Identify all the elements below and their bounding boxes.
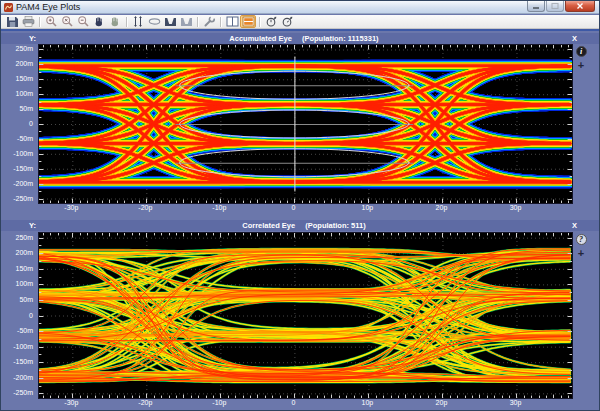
axis-tick-label: 0 [29, 120, 33, 127]
minimize-icon [531, 2, 541, 10]
layout-rows-button[interactable] [240, 15, 256, 28]
zoom-out-button[interactable] [75, 15, 91, 28]
zoom-x-icon [61, 15, 74, 28]
axis-tick-label: 50m [19, 295, 33, 302]
title-bar[interactable]: PAM4 Eye Plots [1, 1, 599, 14]
y-axis-header-label: Y: [29, 221, 36, 230]
settings-button[interactable] [201, 15, 217, 28]
pan-alt-button[interactable] [107, 15, 123, 28]
bathtub-button[interactable] [178, 15, 194, 28]
axis-tick-label: 0 [29, 311, 33, 318]
accumulated-eye-side-buttons: i + [574, 46, 588, 71]
add-button[interactable]: + [576, 248, 587, 259]
axis-tick-label: -150m [13, 358, 33, 365]
toolbar-separator [39, 17, 40, 27]
maximize-button[interactable] [546, 1, 564, 12]
axis-tick-label: 10p [362, 399, 374, 406]
axis-tick-label: -150m [13, 164, 33, 171]
accumulated-eye-population: (Population: 1115331) [302, 34, 379, 43]
zoom-x-button[interactable] [59, 15, 75, 28]
accumulated-eye-header: Y: Accumulated Eye (Population: 1115331)… [1, 33, 600, 44]
correlated-eye-side-buttons: ? + [574, 234, 588, 259]
zoom-out-icon [77, 15, 90, 28]
axis-tick-label: 200m [15, 249, 33, 256]
vertical-markers-icon [132, 15, 145, 28]
x-axis-header-label: X [572, 34, 577, 43]
axis-tick-label: -10p [212, 399, 226, 406]
axis-tick-label: -30p [64, 399, 78, 406]
x-axis-labels: -30p-20p-10p010p20p30p [38, 398, 571, 409]
panel-title: Correlated Eye (Population: 511) [36, 221, 572, 230]
minimize-button[interactable] [527, 1, 545, 12]
vertical-markers-button[interactable] [130, 15, 146, 28]
axis-tick-label: 250m [15, 233, 33, 240]
layout-columns-icon [226, 15, 239, 28]
print-button[interactable] [20, 15, 36, 28]
axis-tick-label: 0 [291, 204, 295, 211]
y-axis-labels: 250m200m150m100m50m0-50m-100m-150m-200m-… [1, 44, 36, 202]
info-button[interactable]: i [576, 46, 587, 57]
y-axis-header-label: Y: [29, 34, 36, 43]
axis-tick-label: 10p [362, 204, 374, 211]
clock-arrow-alt-icon [281, 15, 294, 28]
axis-tick-label: -250m [13, 389, 33, 396]
save-icon [6, 15, 19, 28]
plus-icon: + [578, 247, 584, 259]
toolbar-separator [220, 17, 221, 27]
axis-tick-label: -30p [64, 204, 78, 211]
axis-tick-label: 150m [15, 75, 33, 82]
axis-tick-label: 250m [15, 45, 33, 52]
x-axis-labels: -30p-20p-10p010p20p30p [38, 203, 571, 214]
layout-columns-button[interactable] [224, 15, 240, 28]
accumulated-eye-plot[interactable] [38, 44, 573, 204]
app-icon [4, 3, 13, 12]
close-icon [575, 2, 585, 10]
clock-recovery-2-button[interactable] [279, 15, 295, 28]
axis-tick-label: -200m [13, 179, 33, 186]
histogram-button[interactable] [162, 15, 178, 28]
plot-client-area: Y: Accumulated Eye (Population: 1115331)… [1, 29, 600, 411]
histogram-icon [164, 15, 177, 28]
help-button[interactable]: ? [576, 234, 587, 245]
eye-mask-icon [148, 15, 161, 28]
help-icon: ? [579, 235, 583, 244]
bathtub-icon [180, 15, 193, 28]
axis-tick-label: 20p [436, 204, 448, 211]
axis-tick-label: 150m [15, 264, 33, 271]
close-button[interactable] [565, 1, 595, 12]
zoom-in-button[interactable] [43, 15, 59, 28]
add-button[interactable]: + [576, 60, 587, 71]
print-icon [22, 15, 35, 28]
pan-hand-icon [93, 15, 106, 28]
plus-icon: + [578, 59, 584, 71]
toolbar-separator [126, 17, 127, 27]
axis-tick-label: -100m [13, 149, 33, 156]
axis-tick-label: -20p [138, 204, 152, 211]
axis-tick-label: -50m [17, 134, 33, 141]
pam4-eye-plots-window: PAM4 Eye Plots [0, 0, 600, 411]
axis-tick-label: 20p [436, 399, 448, 406]
panel-title: Accumulated Eye (Population: 1115331) [36, 34, 572, 43]
axis-tick-label: 200m [15, 60, 33, 67]
wrench-icon [203, 15, 216, 28]
axis-tick-label: -20p [138, 399, 152, 406]
eye-mask-button[interactable] [146, 15, 162, 28]
y-axis-labels: 250m200m150m100m50m0-50m-100m-150m-200m-… [1, 232, 36, 397]
axis-tick-label: -250m [13, 194, 33, 201]
zoom-in-icon [45, 15, 58, 28]
pan-button[interactable] [91, 15, 107, 28]
correlated-eye-plot[interactable] [38, 232, 573, 399]
axis-tick-label: 30p [510, 399, 522, 406]
info-icon: i [580, 47, 582, 56]
axis-tick-label: 100m [15, 90, 33, 97]
save-button[interactable] [4, 15, 20, 28]
clock-recovery-1-button[interactable] [263, 15, 279, 28]
maximize-icon [550, 2, 560, 10]
axis-tick-label: 30p [510, 204, 522, 211]
axis-tick-label: -200m [13, 373, 33, 380]
layout-rows-icon [242, 15, 255, 28]
correlated-eye-header: Y: Correlated Eye (Population: 511) X [1, 220, 600, 231]
axis-tick-label: 100m [15, 280, 33, 287]
axis-tick-label: -100m [13, 342, 33, 349]
clock-arrow-icon [265, 15, 278, 28]
